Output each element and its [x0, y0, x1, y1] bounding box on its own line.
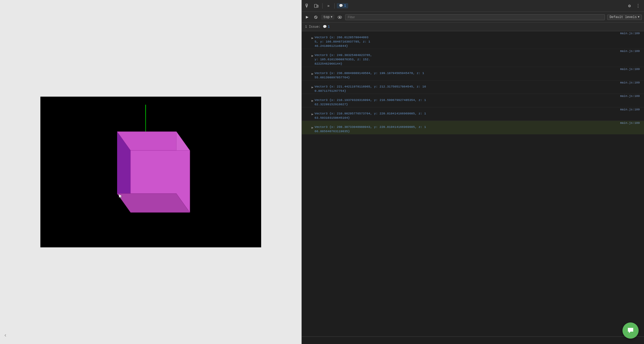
filter-input[interactable] [345, 14, 605, 20]
vector-text: Vector3 {x: 249.38325404823765, y: 185.6… [314, 53, 372, 66]
issues-text: 1 Issue: [305, 25, 321, 29]
issues-badge[interactable]: 💬 1 [323, 25, 330, 29]
vector-line: ▶Vector3 {x: 208.30733040988943, y: 220.… [307, 125, 642, 134]
vector-text: Vector3 {x: 266.0128578044093 5, y: 166.… [314, 35, 370, 48]
devtools-panel: » 💬 1 ⚙ ⋮ top ▼ [302, 0, 644, 344]
level-label: Default levels [610, 15, 637, 19]
context-label: top [323, 15, 330, 19]
expand-triangle[interactable]: ▶ [312, 112, 313, 117]
vector-line: ▶Vector3 {x: 210.90295776573764, y: 220.… [307, 111, 642, 120]
canvas-area [0, 0, 302, 344]
settings-button[interactable]: ⚙ [626, 2, 633, 10]
vector-text: Vector3 {x: 210.90295776573764, y: 220.8… [314, 111, 426, 120]
console-output[interactable]: main.js:109▶Vector3 {x: 266.012857804409… [302, 31, 644, 336]
source-link[interactable]: main.js:109 [307, 108, 642, 111]
expand-triangle[interactable]: ▶ [312, 125, 313, 130]
console-toolbar: top ▼ Default levels ▼ [302, 12, 644, 23]
cube-svg [73, 110, 218, 229]
console-entry: main.js:109▶Vector3 {x: 221.442119781169… [302, 80, 644, 94]
level-selector[interactable]: Default levels ▼ [607, 15, 642, 20]
source-link[interactable]: main.js:109 [307, 121, 642, 125]
expand-triangle[interactable]: ▶ [312, 72, 313, 76]
source-link[interactable]: main.js:109 [307, 32, 642, 35]
webgl-canvas[interactable] [40, 97, 261, 247]
sidebar-toggle-button[interactable] [2, 332, 9, 339]
vector-line: ▶Vector3 {x: 266.0128578044093 5, y: 166… [307, 35, 642, 48]
source-link[interactable]: main.js:109 [307, 50, 642, 53]
context-selector[interactable]: top ▼ [321, 15, 334, 20]
svg-point-19 [339, 17, 340, 18]
source-link[interactable]: main.js:109 [307, 68, 642, 71]
expand-triangle[interactable]: ▶ [312, 85, 313, 90]
source-link[interactable]: main.js:109 [307, 81, 642, 84]
expand-triangle[interactable]: ▶ [312, 99, 313, 103]
console-entry: main.js:109▶Vector3 {x: 208.307330409889… [302, 121, 644, 134]
vector-line: ▶Vector3 {x: 236.88049089149564, y: 199.… [307, 71, 642, 80]
vector-text: Vector3 {x: 216.19379328316094, y: 216.5… [314, 98, 426, 107]
run-script-button[interactable] [304, 14, 310, 20]
more-panels-button[interactable]: » [325, 2, 332, 10]
svg-rect-13 [314, 4, 317, 8]
issues-badge-icon: 💬 [323, 25, 327, 29]
inspect-button[interactable] [304, 2, 312, 10]
badge-number: 1 [344, 4, 346, 8]
vector-line: ▶Vector3 {x: 249.38325404823765, y: 185.… [307, 53, 642, 66]
vector-text: Vector3 {x: 236.88049089149564, y: 199.1… [314, 71, 424, 80]
vector-line: ▶Vector3 {x: 221.44211978116965, y: 212.… [307, 85, 642, 93]
console-entry: main.js:109▶Vector3 {x: 236.880490891495… [302, 67, 644, 80]
issues-bar: 1 Issue: 💬 1 [302, 23, 644, 31]
level-chevron-icon: ▼ [638, 16, 639, 19]
toolbar-separator-2 [334, 3, 335, 9]
expand-triangle[interactable]: ▶ [312, 54, 313, 58]
svg-marker-15 [306, 16, 309, 19]
issues-count-badge[interactable]: 💬 1 [337, 3, 348, 8]
vector-text: Vector3 {x: 221.44211978116965, y: 212.3… [314, 85, 426, 93]
svg-rect-14 [317, 5, 318, 7]
vector-text: Vector3 {x: 208.30733040988943, y: 220.8… [314, 125, 426, 134]
svg-line-17 [315, 16, 317, 18]
chevron-down-icon: ▼ [331, 16, 332, 19]
badge-icon: 💬 [339, 4, 343, 8]
console-entry: main.js:109▶Vector3 {x: 249.383254048237… [302, 49, 644, 67]
console-entry: main.js:109▶Vector3 {x: 210.902957765737… [302, 107, 644, 121]
svg-rect-10 [306, 4, 307, 6]
bottom-bar [302, 336, 644, 344]
clear-console-button[interactable] [313, 14, 319, 20]
expand-triangle[interactable]: ▶ [312, 36, 313, 41]
toolbar-separator-1 [322, 3, 323, 9]
more-options-button[interactable]: ⋮ [634, 2, 642, 10]
eye-button[interactable] [337, 14, 343, 20]
issues-badge-count: 1 [328, 25, 330, 29]
device-toggle-button[interactable] [313, 2, 320, 10]
console-entry: main.js:109▶Vector3 {x: 216.193793283160… [302, 94, 644, 107]
source-link[interactable]: main.js:109 [307, 94, 642, 98]
vector-line: ▶Vector3 {x: 216.19379328316094, y: 216.… [307, 98, 642, 107]
console-entry: main.js:109▶Vector3 {x: 266.012857804409… [302, 31, 644, 49]
chat-button[interactable] [622, 322, 639, 339]
devtools-toolbar: » 💬 1 ⚙ ⋮ [302, 0, 644, 12]
